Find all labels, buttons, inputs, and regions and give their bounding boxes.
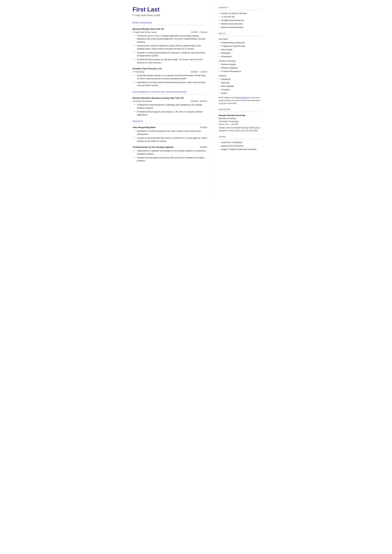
edu-field: Information Technology	[219, 120, 262, 123]
volunteer1-org: Resume Worded's Business Society, New Yo…	[133, 97, 207, 100]
projects-header: PROJECTS	[133, 120, 207, 123]
job1-role: IT Help Desk (Entry Level)	[133, 31, 157, 34]
volunteering-divider	[133, 94, 207, 94]
project2-name: Troubleshooter for the Visually Impaired	[133, 146, 174, 149]
skill-item: Data Analysis	[219, 48, 262, 51]
skill-item: IT Service Management	[219, 70, 262, 73]
skills-note: Don't forget to use Resume Worded to sca…	[219, 96, 262, 105]
skill-item: Atera Helpdesk	[219, 85, 262, 88]
project2-date: 04/2009	[200, 146, 207, 149]
contact-divider	[219, 10, 262, 10]
software-skills-list: SolarWinds SuperOps Atera Helpdesk Fresh…	[219, 78, 262, 95]
contact-item: +1-234-456-789	[219, 15, 262, 18]
volunteering-header: VOLUNTEERING ACTIVITIES AND EXTRACURRICU…	[133, 91, 207, 93]
volunteer1-role: Computer Technician	[133, 100, 152, 103]
bullet-item: Provided technical support via 120 phone…	[134, 58, 207, 64]
education-divider	[219, 112, 262, 112]
edu-degree: Bachelor of Science	[219, 117, 262, 120]
job-title: IT Help Desk (Entry Level)	[133, 14, 207, 17]
other-item: AppleCare Mac Technician.	[219, 145, 262, 147]
job2-role: IT Technician	[133, 70, 145, 73]
edu-awards: Awards: Resume Worded Teaching Fellow (o…	[219, 126, 262, 132]
bullet-item: Implemented 21 assistive technologies fo…	[134, 149, 207, 155]
skill-item: Troubleshooting (Advanced)	[219, 41, 262, 44]
job2-bullets: Conducted system backups on 14 servers a…	[133, 74, 207, 87]
skill-item: SuperOps	[219, 81, 262, 84]
edu-location-date: Boston, MA — 05/2010	[219, 123, 262, 126]
project1-name: Auto Responding Bots	[133, 126, 156, 129]
bullet-item: Created an autoresponder that connects c…	[134, 137, 207, 143]
bullet-item: Trained 2K users on how to navigate appl…	[134, 35, 207, 44]
skills-divider	[219, 36, 262, 36]
hard-skills-list: Troubleshooting (Advanced) IT diagnostic…	[219, 41, 262, 58]
bullet-item: Increased the customer satisfaction rati…	[134, 44, 207, 50]
volunteer1-bullets: Assisted the community library in upgrad…	[133, 104, 207, 117]
software-label: Software:	[219, 74, 262, 77]
name: First Last	[133, 6, 207, 13]
other-item: Google IT Support Professional Certifica…	[219, 148, 262, 151]
work-experience-header: WORK EXPERIENCE	[133, 21, 207, 24]
contact-item: github.com/resumeworded	[219, 26, 262, 29]
resume-worded-link[interactable]: Resume Worded	[235, 97, 249, 99]
job1-dates: 01/2015 – Present	[191, 31, 207, 34]
industry-label: Industry Knowledge:	[219, 60, 262, 62]
project1-date: 05/2009	[200, 126, 207, 129]
project-block-2: Troubleshooter for the Visually Impaired…	[133, 146, 207, 162]
job-block-1: Resume Worded, New York, NY IT Help Desk…	[133, 28, 207, 64]
bullet-item: Developed an inventory system tracking f…	[134, 81, 207, 87]
skill-item: Networking	[219, 52, 262, 55]
skill-item: Software Installation	[219, 66, 262, 69]
skills-note-prefix: Don't forget to use	[219, 97, 235, 99]
education-header: EDUCATION	[219, 108, 262, 111]
job2-org: Growthsi, San Francisco, CA	[133, 67, 207, 70]
skill-item: Virtualization	[219, 55, 262, 58]
volunteer1-dates: 06/2009 – 04/2010	[191, 100, 207, 103]
contact-item: Phoenix, AZ (Open to Remote)	[219, 12, 262, 15]
project-block-1: Auto Responding Bots 05/2009 Developed 1…	[133, 126, 207, 143]
bullet-item: Provided documentation that resolves 95%…	[134, 156, 207, 162]
edu-org: Resume Worded University	[219, 114, 262, 117]
contact-item: linkedin.com/in/username	[219, 22, 262, 25]
project1-bullets: Developed 15 remote assistance bots, whi…	[133, 130, 207, 143]
skill-item: SolarWinds	[219, 78, 262, 81]
other-list: CompTIA A+ Certification. AppleCare Mac …	[219, 141, 262, 151]
job2-dates: 06/2010 – 12/2014	[191, 70, 207, 73]
bullet-item: Assisted in creating documentation for e…	[134, 51, 207, 57]
work-experience-divider	[133, 25, 207, 25]
bullet-item: Conducted system backups on 14 servers a…	[134, 74, 207, 80]
contact-item: email@resumeworded.com	[219, 19, 262, 22]
bullet-item: Developed 15 remote assistance bots, whi…	[134, 130, 207, 136]
bullet-item: Assisted the community library in upgrad…	[134, 104, 207, 110]
contact-header: CONTACT	[219, 6, 262, 9]
industry-skills-list: Technical Support Software Installation …	[219, 63, 262, 73]
skill-item: Dezide	[219, 92, 262, 95]
contact-list: Phoenix, AZ (Open to Remote) +1-234-456-…	[219, 12, 262, 29]
job1-bullets: Trained 2K users on how to navigate appl…	[133, 35, 207, 64]
job-block-2: Growthsi, San Francisco, CA IT Technicia…	[133, 67, 207, 87]
volunteer-block-1: Resume Worded's Business Society, New Yo…	[133, 97, 207, 117]
job1-org: Resume Worded, New York, NY	[133, 28, 207, 31]
other-header: OTHER	[219, 135, 262, 138]
skills-header: SKILLS	[219, 32, 262, 35]
bullet-item: Provided technical support and training …	[134, 110, 207, 117]
other-item: CompTIA A+ Certification.	[219, 141, 262, 144]
skill-item: IT diagnostics (Experienced)	[219, 45, 262, 48]
project2-bullets: Implemented 21 assistive technologies fo…	[133, 149, 207, 162]
skill-item: Technical Support	[219, 63, 262, 66]
skill-item: Freshdesk	[219, 88, 262, 91]
hard-skills-label: Hard Skills:	[219, 38, 262, 41]
